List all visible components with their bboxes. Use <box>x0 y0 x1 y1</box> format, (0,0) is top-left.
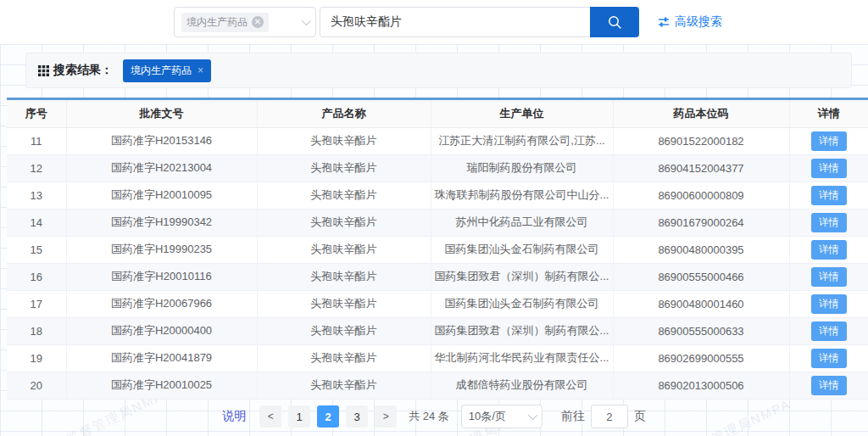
pagination-bar: 说明 < 123 > 共 24 条 10条/页 前往 页 <box>0 405 868 428</box>
cell-index: 18 <box>7 317 66 344</box>
cell-product-name: 头孢呋辛酯片 <box>257 290 431 317</box>
cell-index: 16 <box>7 263 66 290</box>
detail-button[interactable]: 详情 <box>811 186 847 205</box>
page-size-select[interactable]: 10条/页 <box>461 405 542 428</box>
page-buttons: 123 <box>288 405 368 428</box>
table-body: 11 国药准字H20153146 头孢呋辛酯片 江苏正大清江制药有限公司,江苏.… <box>7 127 868 399</box>
cell-manufacturer: 苏州中化药品工业有限公司 <box>431 209 613 236</box>
detail-button[interactable]: 详情 <box>811 240 847 260</box>
prev-page-button[interactable]: < <box>259 405 281 428</box>
grid-icon <box>38 65 49 76</box>
detail-button[interactable]: 详情 <box>811 267 847 287</box>
detail-button[interactable]: 详情 <box>811 376 847 395</box>
note-link[interactable]: 说明 <box>222 409 246 424</box>
goto-page-group: 前往 页 <box>561 405 646 428</box>
search-icon <box>607 14 623 31</box>
cell-drug-code: 86901679000264 <box>613 209 789 236</box>
tag-close-icon[interactable]: ✕ <box>252 16 264 28</box>
page-size-value: 10条/页 <box>469 409 506 424</box>
goto-prefix-label: 前往 <box>561 409 585 424</box>
filter-sliders-icon <box>658 16 670 28</box>
results-label: 搜索结果： <box>38 63 113 78</box>
page-button[interactable]: 1 <box>288 405 310 428</box>
search-toolbar: 境内生产药品 ✕ 高级搜索 <box>0 0 868 44</box>
cell-manufacturer: 华北制药河北华民药业有限责任公... <box>431 344 613 372</box>
table-row: 19 国药准字H20041879 头孢呋辛酯片 华北制药河北华民药业有限责任公.… <box>7 344 868 372</box>
filter-result-tag[interactable]: 境内生产药品 × <box>123 59 211 82</box>
table-row: 17 国药准字H20067966 头孢呋辛酯片 国药集团汕头金石制药有限公司 8… <box>7 290 868 317</box>
table-row: 14 国药准字H19990342 头孢呋辛酯片 苏州中化药品工业有限公司 869… <box>7 209 868 236</box>
cell-manufacturer: 江苏正大清江制药有限公司,江苏... <box>431 127 613 154</box>
goto-page-input[interactable] <box>591 405 628 428</box>
search-input[interactable] <box>320 7 590 37</box>
advanced-search-label: 高级搜索 <box>675 14 722 30</box>
cell-index: 13 <box>7 182 66 209</box>
cell-manufacturer: 国药集团汕头金石制药有限公司 <box>431 290 613 317</box>
table-row: 15 国药准字H19990235 头孢呋辛酯片 国药集团汕头金石制药有限公司 8… <box>7 236 868 263</box>
table-row: 12 国药准字H20213004 头孢呋辛酯片 瑞阳制药股份有限公司 86904… <box>7 154 868 182</box>
cell-manufacturer: 成都倍特药业股份有限公司 <box>431 372 613 399</box>
cell-product-name: 头孢呋辛酯片 <box>257 263 431 290</box>
cell-approval-number: 国药准字H20153146 <box>66 127 257 154</box>
cell-drug-code: 86900480001460 <box>613 290 789 317</box>
table-row: 11 国药准字H20153146 头孢呋辛酯片 江苏正大清江制药有限公司,江苏.… <box>7 127 868 154</box>
detail-button[interactable]: 详情 <box>811 131 847 151</box>
page-button-active[interactable]: 2 <box>317 405 339 428</box>
table-row: 18 国药准字H20000400 头孢呋辛酯片 国药集团致君（深圳）制药有限公.… <box>7 317 868 344</box>
detail-button[interactable]: 详情 <box>811 321 847 341</box>
cell-drug-code: 86902699000555 <box>613 344 789 372</box>
next-page-button[interactable]: > <box>375 405 397 428</box>
page-button[interactable]: 3 <box>346 405 368 428</box>
cell-index: 11 <box>7 127 66 154</box>
results-label-text: 搜索结果： <box>53 63 113 78</box>
detail-button[interactable]: 详情 <box>811 349 847 368</box>
goto-suffix-label: 页 <box>634 409 646 424</box>
cell-approval-number: 国药准字H20000400 <box>66 317 257 344</box>
cell-approval-number: 国药准字H19990235 <box>66 236 257 263</box>
cell-approval-number: 国药准字H19990342 <box>66 209 257 236</box>
cell-product-name: 头孢呋辛酯片 <box>257 372 431 399</box>
tag-remove-icon[interactable]: × <box>198 64 203 76</box>
cell-product-name: 头孢呋辛酯片 <box>257 154 431 182</box>
detail-button[interactable]: 详情 <box>811 159 847 178</box>
chevron-down-icon <box>302 16 311 25</box>
cell-product-name: 头孢呋辛酯片 <box>257 209 431 236</box>
cell-manufacturer: 国药集团致君（深圳）制药有限公... <box>431 317 613 344</box>
cell-approval-number: 国药准字H20213004 <box>66 154 257 182</box>
cell-index: 19 <box>7 344 66 372</box>
table-header-row: 序号 批准文号 产品名称 生产单位 药品本位码 详情 <box>7 100 868 127</box>
cell-drug-code: 86900480000395 <box>613 236 789 263</box>
cell-manufacturer: 珠海联邦制药股份有限公司中山分... <box>431 182 613 209</box>
cell-manufacturer: 瑞阳制药股份有限公司 <box>431 154 613 182</box>
cell-manufacturer: 国药集团致君（深圳）制药有限公... <box>431 263 613 290</box>
cell-product-name: 头孢呋辛酯片 <box>257 344 431 372</box>
total-count-label: 共 24 条 <box>409 409 449 424</box>
table-row: 13 国药准字H20010095 头孢呋辛酯片 珠海联邦制药股份有限公司中山分.… <box>7 182 868 209</box>
category-tag-label: 境内生产药品 <box>186 15 248 30</box>
category-select[interactable]: 境内生产药品 ✕ <box>174 7 316 37</box>
cell-index: 12 <box>7 154 66 182</box>
cell-index: 20 <box>7 372 66 399</box>
category-tag: 境内生产药品 ✕ <box>181 13 269 32</box>
col-header-index: 序号 <box>7 100 66 127</box>
cell-drug-code: 86904152004377 <box>613 154 789 182</box>
advanced-search-link[interactable]: 高级搜索 <box>658 14 722 30</box>
cell-approval-number: 国药准字H20010095 <box>66 182 257 209</box>
search-button[interactable] <box>590 7 639 37</box>
detail-button[interactable]: 详情 <box>811 294 847 314</box>
cell-index: 15 <box>7 236 66 263</box>
filter-result-tag-label: 境内生产药品 <box>131 64 192 78</box>
chevron-down-icon <box>528 411 537 420</box>
cell-index: 17 <box>7 290 66 317</box>
col-header-approval-number: 批准文号 <box>66 100 257 127</box>
cell-drug-code: 86900600000809 <box>613 182 789 209</box>
col-header-manufacturer: 生产单位 <box>431 100 613 127</box>
cell-drug-code: 86900555000466 <box>613 263 789 290</box>
cell-approval-number: 国药准字H20041879 <box>66 344 257 372</box>
cell-drug-code: 86901522000182 <box>613 127 789 154</box>
cell-drug-code: 86902013000506 <box>613 372 789 399</box>
cell-manufacturer: 国药集团汕头金石制药有限公司 <box>431 236 613 263</box>
table-row: 20 国药准字H20010025 头孢呋辛酯片 成都倍特药业股份有限公司 869… <box>7 372 868 399</box>
cell-index: 14 <box>7 209 66 236</box>
detail-button[interactable]: 详情 <box>811 213 847 232</box>
